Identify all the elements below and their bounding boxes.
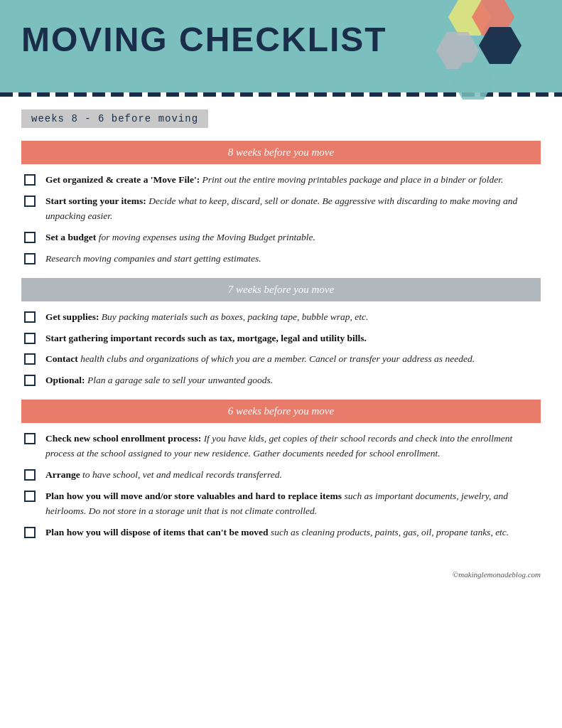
checkbox[interactable] xyxy=(24,232,36,243)
checkbox[interactable] xyxy=(24,491,36,502)
header: MOVING CHECKLIST xyxy=(0,0,562,92)
checkbox[interactable] xyxy=(24,469,36,481)
item-text: Start sorting your items: Decide what to… xyxy=(45,194,538,224)
item-text: Plan how you will move and/or store valu… xyxy=(45,489,538,519)
checklist-item: Get supplies: Buy packing materials such… xyxy=(21,310,541,325)
item-text: Set a budget for moving expenses using t… xyxy=(45,230,315,245)
checklist-7weeks: Get supplies: Buy packing materials such… xyxy=(21,310,541,389)
item-text: Plan how you will dispose of items that … xyxy=(45,525,509,540)
item-text: Research moving companies and start gett… xyxy=(45,252,261,267)
checklist-item: Plan how you will move and/or store valu… xyxy=(21,489,541,519)
checkbox[interactable] xyxy=(24,311,36,323)
section-header-8weeks: 8 weeks before you move xyxy=(21,141,541,164)
checklist-8weeks: Get organized & create a 'Move File': Pr… xyxy=(21,173,541,267)
checkbox[interactable] xyxy=(24,527,36,538)
weeks-badge: weeks 8 - 6 before moving xyxy=(21,109,208,128)
item-text: Optional: Plan a garage sale to sell you… xyxy=(45,373,273,388)
checkbox[interactable] xyxy=(24,253,36,264)
checkbox[interactable] xyxy=(24,174,36,186)
checkbox[interactable] xyxy=(24,433,36,444)
checklist-item: Research moving companies and start gett… xyxy=(21,252,541,267)
section-header-7weeks: 7 weeks before you move xyxy=(21,278,541,301)
sections-container: 8 weeks before you moveGet organized & c… xyxy=(21,141,541,540)
checklist-item: Plan how you will dispose of items that … xyxy=(21,525,541,540)
checklist-item: Set a budget for moving expenses using t… xyxy=(21,230,541,245)
item-text: Check new school enrollment process: If … xyxy=(45,432,538,461)
item-text: Contact health clubs and organizations o… xyxy=(45,352,475,367)
copyright-text: ©makinglemonadeblog.com xyxy=(453,570,541,579)
checklist-item: Start sorting your items: Decide what to… xyxy=(21,194,541,224)
checklist-item: Arrange to have school, vet and medical … xyxy=(21,468,541,483)
section-6weeks: 6 weeks before you moveCheck new school … xyxy=(21,400,541,540)
checkbox[interactable] xyxy=(24,353,36,365)
footer: ©makinglemonadeblog.com xyxy=(0,566,562,586)
checklist-item: Start gathering important records such a… xyxy=(21,331,541,346)
checklist-6weeks: Check new school enrollment process: If … xyxy=(21,432,541,540)
item-text: Get organized & create a 'Move File': Pr… xyxy=(45,173,504,188)
item-text: Arrange to have school, vet and medical … xyxy=(45,468,282,483)
checkbox[interactable] xyxy=(24,333,36,344)
checklist-item: Get organized & create a 'Move File': Pr… xyxy=(21,173,541,188)
hexagon-decoration xyxy=(406,0,548,107)
item-text: Start gathering important records such a… xyxy=(45,331,367,346)
section-8weeks: 8 weeks before you moveGet organized & c… xyxy=(21,141,541,267)
checkbox[interactable] xyxy=(24,375,36,386)
item-text: Get supplies: Buy packing materials such… xyxy=(45,310,368,325)
content-area: weeks 8 - 6 before moving 8 weeks before… xyxy=(0,97,562,566)
checkbox[interactable] xyxy=(24,196,36,207)
checklist-item: Contact health clubs and organizations o… xyxy=(21,352,541,367)
checklist-item: Optional: Plan a garage sale to sell you… xyxy=(21,373,541,388)
page: MOVING CHECKLIST weeks 8 - 6 before movi… xyxy=(0,0,562,728)
section-header-6weeks: 6 weeks before you move xyxy=(21,400,541,423)
section-7weeks: 7 weeks before you moveGet supplies: Buy… xyxy=(21,278,541,389)
checklist-item: Check new school enrollment process: If … xyxy=(21,432,541,461)
